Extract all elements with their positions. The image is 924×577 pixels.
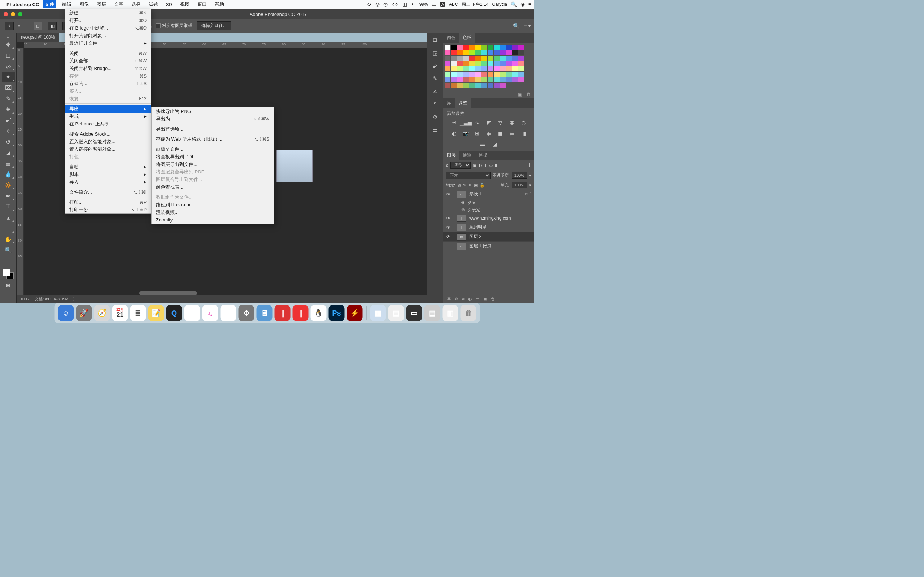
swatch[interactable] [506, 61, 512, 66]
menu-item[interactable]: 将画板导出到 PDF... [152, 153, 274, 161]
new-adjustlayer-icon[interactable]: ◐ [468, 297, 472, 301]
swatch[interactable] [463, 61, 469, 66]
layer-row[interactable]: ▭图层 1 拷贝 [443, 242, 534, 251]
layer-thumbnail[interactable]: T [457, 224, 466, 231]
itunes-app[interactable]: ♫ [202, 305, 218, 321]
magic-wand-tool[interactable]: ✦ [2, 72, 15, 82]
swatch[interactable] [475, 72, 481, 77]
filter-shape-icon[interactable]: ▭ [489, 163, 493, 168]
swatch[interactable] [512, 72, 518, 77]
dock-window-3[interactable]: ▭ [406, 305, 422, 321]
zoom-tool[interactable]: 🔍 [2, 245, 15, 255]
swatch[interactable] [494, 56, 499, 61]
parallels-app[interactable]: ‖ [275, 305, 291, 321]
visibility-icon[interactable]: 👁 [461, 200, 465, 205]
swatch[interactable] [475, 82, 481, 88]
layer-mask-icon[interactable]: ◙ [462, 297, 464, 301]
menu-help[interactable]: 帮助 [213, 0, 226, 8]
threshold-icon[interactable]: ◨ [519, 130, 527, 137]
lock-pixels-icon[interactable]: ▨ [457, 183, 461, 187]
search-icon[interactable]: 🔍 [513, 23, 520, 29]
swatch[interactable] [451, 66, 457, 71]
menu-item[interactable]: 置入嵌入的智能对象... [65, 138, 151, 145]
healing-tool[interactable]: ✙ [2, 104, 15, 114]
curves-icon[interactable]: ∿ [473, 119, 481, 126]
menu-item[interactable]: 存储为...⇧⌘S [65, 80, 151, 87]
menu-item[interactable]: 快速导出为 PNG [152, 108, 274, 115]
colorbal-icon[interactable]: ⚖ [519, 119, 527, 126]
layer-effect-item[interactable]: 👁 外发光 [443, 206, 534, 213]
swatch[interactable] [481, 72, 487, 77]
swatch[interactable] [512, 45, 518, 50]
swatch[interactable] [457, 77, 463, 82]
histogram-icon[interactable]: ⊞ [433, 37, 438, 43]
zoom-window-button[interactable] [18, 12, 23, 16]
tab-libraries[interactable]: 库 [443, 98, 455, 108]
swatch[interactable] [457, 56, 463, 61]
doc-size[interactable]: 文档:380.9K/3.99M [35, 297, 69, 302]
safari-app[interactable]: 🧭 [94, 305, 110, 321]
swatch[interactable] [481, 45, 487, 50]
swatch[interactable] [463, 82, 469, 88]
swatch[interactable] [512, 61, 518, 66]
opacity-value[interactable]: 100% [512, 172, 527, 179]
move-tool[interactable]: ✥ [2, 39, 15, 49]
selection-new-icon[interactable]: ◻ [34, 22, 42, 30]
lock-all-icon[interactable]: 🔒 [480, 183, 485, 187]
swatch[interactable] [475, 50, 481, 55]
swatch[interactable] [463, 56, 469, 61]
tool-preset-icon[interactable]: ✧ [5, 22, 14, 30]
swatch[interactable] [457, 66, 463, 71]
menu-item[interactable]: 颜色查找表... [152, 183, 274, 191]
swatch[interactable] [518, 45, 524, 50]
path-select-tool[interactable]: ▴ [2, 213, 15, 222]
swatch[interactable] [475, 56, 481, 61]
siri-icon[interactable]: ◉ [520, 2, 525, 7]
menu-item[interactable]: 自动▶ [65, 163, 151, 171]
battery-icon[interactable]: ▥ [402, 2, 407, 7]
clock-icon[interactable]: ◷ [383, 2, 388, 7]
link-layers-icon[interactable]: ⌘ [447, 297, 451, 301]
swatch[interactable] [494, 45, 499, 50]
clone-tool[interactable]: ⎀ [2, 126, 15, 136]
menu-3d[interactable]: 3D [165, 1, 174, 8]
layer-row[interactable]: 👁▭图层 2 [443, 232, 534, 242]
filter-adjust-icon[interactable]: ◐ [478, 163, 482, 168]
parallels2-app[interactable]: ‖ [293, 305, 309, 321]
notes-app[interactable]: 📝 [149, 305, 164, 321]
brush-tool[interactable]: 🖌 [2, 115, 15, 125]
layer-filter-kind[interactable]: 类型 [451, 161, 471, 169]
layer-thumbnail[interactable]: ▭ [457, 233, 466, 240]
menu-item[interactable]: 脚本▶ [65, 171, 151, 178]
photoshop-app[interactable]: Ps [329, 305, 345, 321]
layer-row[interactable]: 👁▭形状 1fx ˄ [443, 190, 534, 199]
menu-item[interactable]: 文件简介...⌥⇧⌘I [65, 188, 151, 196]
photo-filter-icon[interactable]: 📷 [462, 130, 470, 137]
swatch[interactable] [518, 66, 524, 71]
swatch[interactable] [451, 50, 457, 55]
swatch[interactable] [494, 50, 499, 55]
swatch[interactable] [457, 82, 463, 88]
swatch[interactable] [488, 82, 493, 88]
lock-move-icon[interactable]: ✥ [468, 183, 472, 187]
swatches-grid[interactable] [443, 43, 534, 90]
fx-badge[interactable]: fx ˄ [525, 192, 531, 197]
swatch[interactable] [518, 77, 524, 82]
selective-color-icon[interactable]: ◪ [491, 141, 498, 148]
new-swatch-icon[interactable]: ▣ [518, 92, 522, 97]
menu-item[interactable]: 关闭并转到 Bridge...⇧⌘W [65, 64, 151, 72]
menu-item[interactable]: 置入链接的智能对象... [65, 145, 151, 153]
menu-item[interactable]: 将图层导出到文件... [152, 161, 274, 168]
swatch[interactable] [494, 66, 499, 71]
swatch[interactable] [445, 66, 451, 71]
swatch[interactable] [457, 61, 463, 66]
ruler-vertical[interactable]: 05101520253035404550556065 [16, 48, 24, 303]
minimize-window-button[interactable] [11, 12, 15, 16]
pen-tool[interactable]: ✒ [2, 191, 15, 201]
dock-window-2[interactable]: ▤ [388, 305, 404, 321]
crop-tool[interactable]: ⌧ [2, 82, 15, 93]
layers-icon[interactable]: ☱ [433, 127, 438, 133]
exposure-icon[interactable]: ◩ [485, 119, 493, 126]
menu-edit[interactable]: 编辑 [61, 0, 73, 8]
swatch[interactable] [506, 72, 512, 77]
